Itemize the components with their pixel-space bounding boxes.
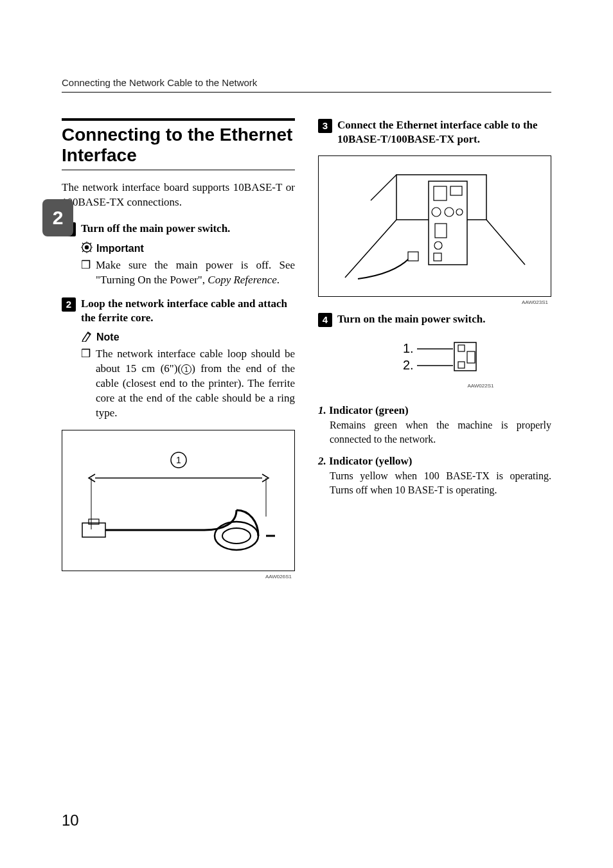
step-2-text: Loop the network interface cable and att… <box>81 297 295 325</box>
page-number: 10 <box>62 811 79 829</box>
indicator-figure-code: AAW022S1 <box>467 383 493 389</box>
indicator-2-label: Indicator (yellow) <box>329 455 413 467</box>
step-2-head: 2 Loop the network interface cable and a… <box>62 297 295 325</box>
bullet-mark: ❒ <box>81 258 91 273</box>
indicator-1-label: Indicator (green) <box>329 404 409 416</box>
page: Connecting the Network Cable to the Netw… <box>0 0 613 868</box>
important-icon <box>81 242 93 256</box>
indicator-2-head: 2. Indicator (yellow) <box>318 455 551 468</box>
step-badge-3: 3 <box>318 119 332 133</box>
important-ref: Copy Reference <box>208 274 276 286</box>
indicator-figure: 1. 2. AAW022S1 <box>377 336 493 387</box>
indicator-1-body: Remains green when the machine is proper… <box>330 418 551 446</box>
note-label: Note <box>96 332 120 343</box>
step-1-important: Important ❒ Make sure the main power is … <box>81 242 295 288</box>
indicator-2-body: Turns yellow when 100 BASE-TX is operati… <box>330 469 551 497</box>
step-1-head: 1 Turn off the main power switch. <box>62 222 295 236</box>
important-label: Important <box>96 243 144 254</box>
port-figure: AAW023S1 <box>318 155 551 297</box>
step-badge-2: 2 <box>62 297 76 312</box>
chapter-tab: 2 <box>42 199 73 236</box>
important-bullet: ❒ Make sure the main power is off. See "… <box>81 258 295 288</box>
step-4-head: 4 Turn on the main power switch. <box>318 312 551 327</box>
indicator-2-num: 2. <box>318 455 326 467</box>
cable-figure: 1 AAW026S1 <box>62 430 295 571</box>
step-2: 2 Loop the network interface cable and a… <box>62 297 295 421</box>
content-columns: Connecting to the Ethernet Interface The… <box>62 118 551 571</box>
step-3: 3 Connect the Ethernet interface cable t… <box>318 118 551 146</box>
bullet-mark-2: ❒ <box>81 347 91 362</box>
right-column: 3 Connect the Ethernet interface cable t… <box>318 118 551 571</box>
svg-rect-21 <box>408 252 418 261</box>
section-title: Connecting to the Ethernet Interface <box>62 125 295 166</box>
step-2-note: Note ❒ The network interface cable loop … <box>81 330 295 421</box>
svg-line-11 <box>371 175 396 200</box>
svg-point-1 <box>85 245 89 249</box>
port-figure-code: AAW023S1 <box>522 299 548 305</box>
port-diagram-svg <box>332 162 538 290</box>
step-3-head: 3 Connect the Ethernet interface cable t… <box>318 118 551 146</box>
intro-paragraph: The network interface board supports 10B… <box>62 181 295 210</box>
note-bullet: ❒ The network interface cable loop shoul… <box>81 347 295 421</box>
section-rule-top <box>62 118 295 121</box>
svg-rect-8 <box>89 519 99 524</box>
svg-rect-26 <box>458 362 465 368</box>
note-heading: Note <box>81 330 295 344</box>
head-rule <box>62 92 551 93</box>
indicator-diagram-svg: 1. 2. <box>377 336 493 387</box>
chapter-tab-number: 2 <box>53 207 64 229</box>
note-icon <box>81 330 93 344</box>
left-column: Connecting to the Ethernet Interface The… <box>62 118 295 571</box>
circled-one: 1 <box>181 364 191 375</box>
cable-figure-code: AAW026S1 <box>265 574 292 580</box>
svg-point-10 <box>222 528 251 544</box>
section-rule-bottom <box>62 170 295 170</box>
step-1-text: Turn off the main power switch. <box>81 222 295 236</box>
step-badge-4: 4 <box>318 313 332 327</box>
step-1: 1 Turn off the main power switch. Import… <box>62 222 295 288</box>
svg-rect-27 <box>467 351 475 363</box>
cable-diagram-svg: 1 <box>76 439 281 562</box>
indicator-item-2: 2. Indicator (yellow) Turns yellow when … <box>318 455 551 497</box>
indicator-1-num: 1. <box>318 404 326 416</box>
note-body: The network interface cable loop should … <box>96 347 295 421</box>
step-3-text: Connect the Ethernet interface cable to … <box>337 118 551 146</box>
svg-rect-7 <box>82 523 105 537</box>
indicator-1-head: 1. Indicator (green) <box>318 404 551 417</box>
important-heading: Important <box>81 242 295 256</box>
step-4-text: Turn on the main power switch. <box>337 312 551 326</box>
step-4: 4 Turn on the main power switch. <box>318 312 551 327</box>
svg-point-9 <box>215 522 258 550</box>
indicator-fig-label-2: 2. <box>403 358 414 372</box>
svg-rect-12 <box>429 181 467 265</box>
svg-text:1: 1 <box>176 455 181 465</box>
svg-rect-24 <box>454 342 476 371</box>
running-head: Connecting the Network Cable to the Netw… <box>62 77 551 88</box>
indicator-fig-label-1: 1. <box>403 341 414 355</box>
svg-rect-25 <box>458 345 465 351</box>
important-body: Make sure the main power is off. See "Tu… <box>96 258 295 288</box>
indicator-item-1: 1. Indicator (green) Remains green when … <box>318 404 551 446</box>
